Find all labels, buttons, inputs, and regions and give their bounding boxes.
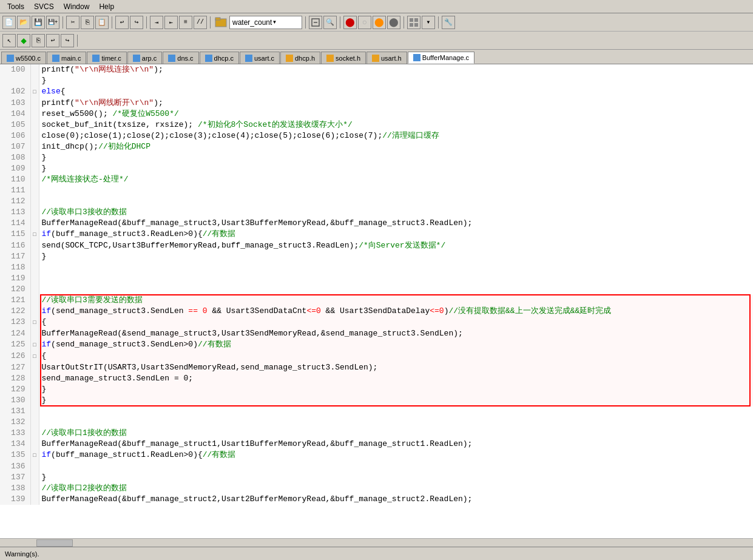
tab-usartc[interactable]: usart.c bbox=[240, 52, 280, 64]
code-line[interactable] bbox=[39, 185, 753, 196]
tb-format-btn[interactable]: ≡ bbox=[179, 16, 192, 29]
tb-wrench-btn[interactable]: 🔧 bbox=[442, 16, 455, 29]
tab-socketh[interactable]: socket.h bbox=[321, 52, 366, 64]
project-dropdown[interactable]: water_count ▼ bbox=[229, 16, 302, 29]
expand-toggle[interactable]: □ bbox=[30, 339, 39, 351]
tab-dhcph[interactable]: dhcp.h bbox=[280, 52, 320, 64]
code-line[interactable]: BufferManageRead(&buff_manage_struct2,Us… bbox=[39, 494, 753, 505]
horizontal-scrollbar[interactable] bbox=[0, 538, 753, 547]
tb2-redo2-btn[interactable]: ↪ bbox=[61, 34, 74, 47]
code-line[interactable]: } bbox=[39, 163, 753, 174]
code-line[interactable]: BufferManageRead(&buff_manage_struct3,Us… bbox=[39, 218, 753, 229]
code-scroll[interactable]: 100printf("\r\n网线连接\r\n");}102□else{103p… bbox=[0, 64, 753, 538]
tab-usarth[interactable]: usart.h bbox=[366, 52, 407, 64]
tb-redo-btn[interactable]: ↪ bbox=[130, 16, 143, 29]
tab-mainc[interactable]: main.c bbox=[47, 52, 86, 64]
table-row: 106close(0);close(1);close(2);close(3);c… bbox=[0, 130, 753, 141]
tab-dnsc[interactable]: dns.c bbox=[163, 52, 198, 64]
tb-new-btn[interactable]: 📄 bbox=[2, 16, 16, 29]
tb-gray-btn[interactable]: ⬤ bbox=[387, 16, 400, 29]
code-line[interactable] bbox=[39, 196, 753, 207]
expand-toggle[interactable]: □ bbox=[30, 229, 39, 240]
code-line[interactable]: { bbox=[39, 351, 753, 362]
code-line[interactable]: BufferManageRead(&buff_manage_struct1,Us… bbox=[39, 439, 753, 450]
tb-saveall-btn[interactable]: 💾+ bbox=[46, 16, 59, 29]
code-line[interactable] bbox=[39, 417, 753, 428]
tb2-undo2-btn[interactable]: ↩ bbox=[46, 34, 59, 47]
expand-icon[interactable]: □ bbox=[33, 232, 36, 238]
code-line[interactable] bbox=[39, 284, 753, 295]
menu-window[interactable]: Window bbox=[59, 1, 95, 12]
code-line[interactable]: } bbox=[39, 152, 753, 163]
menu-help[interactable]: Help bbox=[94, 1, 119, 12]
menu-tools[interactable]: Tools bbox=[2, 1, 29, 12]
tab-w5500c[interactable]: w5500.c bbox=[1, 52, 46, 64]
tab-arpc[interactable]: arp.c bbox=[127, 52, 162, 64]
code-line[interactable]: printf("\r\n网线连接\r\n"); bbox=[39, 64, 753, 75]
expand-icon[interactable]: □ bbox=[33, 354, 36, 360]
tb-copy-btn[interactable]: ⎘ bbox=[81, 16, 94, 29]
tb-search-btn[interactable]: 🔍 bbox=[323, 16, 337, 29]
code-line[interactable]: } bbox=[39, 395, 753, 406]
code-line[interactable]: if(buff_manage_struct1.ReadLen>0){//有数据 bbox=[39, 450, 753, 461]
code-line[interactable]: close(0);close(1);close(2);close(3);clos… bbox=[39, 130, 753, 141]
code-line[interactable]: UsartOutStrIT(USART3,Usart3SendMemoryRea… bbox=[39, 362, 753, 373]
tb-save-btn[interactable]: 💾 bbox=[32, 16, 45, 29]
tab-buffermanagec[interactable]: BufferManage.c bbox=[408, 52, 474, 64]
code-line[interactable]: //读取串口2接收的数据 bbox=[39, 483, 753, 494]
code-line[interactable] bbox=[39, 273, 753, 284]
tb-outdent-btn[interactable]: ⇤ bbox=[164, 16, 178, 29]
tb2-diamond-btn[interactable]: ◆ bbox=[17, 34, 30, 47]
code-line[interactable]: init_dhcp();//初始化DHCP bbox=[39, 141, 753, 152]
tb2-copy2-btn[interactable]: ⎘ bbox=[32, 34, 45, 47]
expand-icon[interactable]: □ bbox=[33, 342, 36, 348]
tb-orange-btn[interactable]: ⬤ bbox=[373, 16, 386, 29]
code-line[interactable]: else{ bbox=[39, 86, 753, 98]
menu-svcs[interactable]: SVCS bbox=[29, 1, 59, 12]
code-line[interactable]: if(buff_manage_struct3.ReadLen>0){//有数据 bbox=[39, 229, 753, 240]
table-row: 123□{ bbox=[0, 317, 753, 328]
expand-icon[interactable]: □ bbox=[33, 89, 36, 95]
code-line[interactable]: /*网线连接状态-处理*/ bbox=[39, 174, 753, 185]
code-line[interactable]: { bbox=[39, 317, 753, 328]
tb-open-btn[interactable]: 📂 bbox=[17, 16, 30, 29]
code-line[interactable]: //读取串口3接收的数据 bbox=[39, 207, 753, 218]
expand-icon[interactable]: □ bbox=[33, 320, 36, 326]
code-line[interactable]: //读取串口3需要发送的数据 bbox=[39, 295, 753, 306]
tb-paste-btn[interactable]: 📋 bbox=[95, 16, 109, 29]
tb-undo-btn[interactable]: ↩ bbox=[115, 16, 129, 29]
code-line[interactable]: } bbox=[39, 384, 753, 395]
expand-icon[interactable]: □ bbox=[33, 453, 36, 459]
code-line[interactable]: } bbox=[39, 75, 753, 86]
code-line[interactable]: if(send_manage_struct3.SendLen == 0 && U… bbox=[39, 306, 753, 317]
tb-circle-btn[interactable]: ○ bbox=[358, 16, 371, 29]
code-line[interactable]: printf("\r\n网线断开\r\n"); bbox=[39, 98, 753, 109]
expand-toggle[interactable]: □ bbox=[30, 86, 39, 98]
tb-dropdown2-btn[interactable]: ▼ bbox=[422, 16, 435, 29]
h-scroll-thumb[interactable] bbox=[36, 539, 73, 547]
code-line[interactable]: socket_buf_init(txsize, rxsize); /*初始化8个… bbox=[39, 120, 753, 130]
tb-grid-btn[interactable] bbox=[407, 16, 420, 29]
tb-rebuild-btn[interactable] bbox=[309, 16, 322, 29]
code-line[interactable]: reset_w5500(); /*硬复位W5500*/ bbox=[39, 109, 753, 120]
tab-dhcpc[interactable]: dhcp.c bbox=[200, 52, 239, 64]
tb2-cursor-btn[interactable]: ↖ bbox=[2, 34, 16, 47]
tb-comment-btn[interactable]: // bbox=[194, 16, 207, 29]
code-line[interactable] bbox=[39, 262, 753, 273]
code-line[interactable] bbox=[39, 461, 753, 472]
expand-toggle[interactable]: □ bbox=[30, 317, 39, 328]
tb-cut-btn[interactable]: ✂ bbox=[66, 16, 79, 29]
code-line[interactable] bbox=[39, 406, 753, 417]
code-line[interactable]: send(SOCK_TCPC,Usart3BufferMemoryRead,bu… bbox=[39, 240, 753, 251]
tab-timerc[interactable]: timer.c bbox=[87, 52, 126, 64]
code-line[interactable]: BufferManageRead(&send_manage_struct3,Us… bbox=[39, 328, 753, 339]
code-line[interactable]: //读取串口1接收的数据 bbox=[39, 428, 753, 439]
code-line[interactable]: } bbox=[39, 251, 753, 262]
code-line[interactable]: } bbox=[39, 472, 753, 483]
code-line[interactable]: if(send_manage_struct3.SendLen>0)//有数据 bbox=[39, 339, 753, 351]
code-line[interactable]: send_manage_struct3.SendLen = 0; bbox=[39, 373, 753, 384]
tb-indent-btn[interactable]: ⇥ bbox=[150, 16, 163, 29]
expand-toggle[interactable]: □ bbox=[30, 351, 39, 362]
expand-toggle[interactable]: □ bbox=[30, 450, 39, 461]
tb-stop-btn[interactable]: ⬤ bbox=[343, 16, 357, 29]
